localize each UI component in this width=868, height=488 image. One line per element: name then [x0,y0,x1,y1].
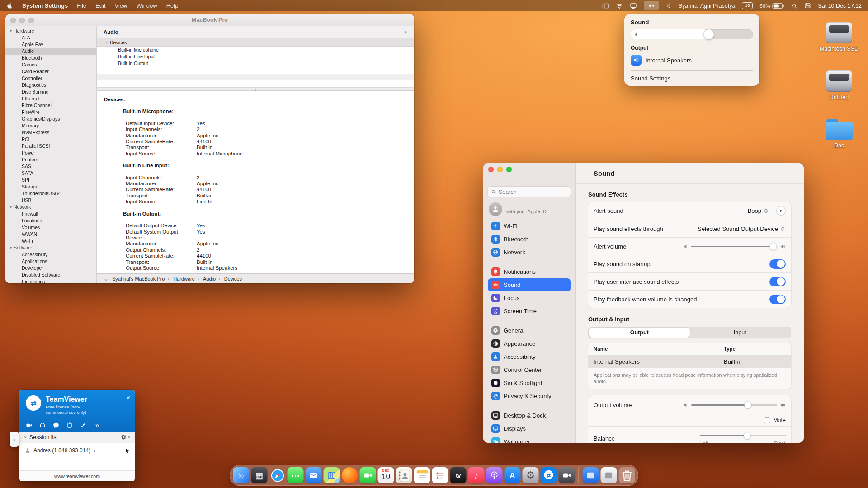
sysinfo-sidebar-item[interactable]: ▾ Hardware [5,28,96,34]
sysinfo-sidebar-item[interactable]: ▾ Firewall [5,211,96,217]
battery-indicator[interactable]: 66% [760,3,784,9]
breadcrumb-item[interactable]: › Syahrial's MacBook Pro [112,276,165,282]
alert-volume-slider[interactable] [691,242,777,250]
dock-icon-trash[interactable] [619,467,635,483]
dock-icon-finder[interactable]: ☺ [233,467,250,483]
menu-item[interactable]: Window [136,2,157,9]
dock-icon-firefox[interactable] [342,467,358,483]
sysinfo-titlebar[interactable]: MacBook Pro [5,14,414,26]
audio-call-icon[interactable] [39,422,46,428]
dock-icon-messages[interactable]: … [288,467,304,483]
output-device-row[interactable]: Internal Speakers Built-in [588,355,791,368]
mute-checkbox[interactable] [764,417,770,423]
collapse-chevron-icon[interactable]: ∧ [404,30,407,34]
volume-slider[interactable] [631,29,753,39]
play-through-popup[interactable]: Selected Sound Output Device [698,225,786,232]
sysinfo-sidebar-item[interactable]: ▾ NVMExpress [5,129,96,136]
breadcrumb-item[interactable]: › Audio [195,276,216,282]
sysinfo-sidebar-item[interactable]: ▾ Wi-Fi [5,238,96,244]
toggle-switch[interactable] [769,277,786,286]
input-source-indicator[interactable]: US [742,2,753,9]
close-button[interactable] [10,18,16,23]
minimize-button[interactable] [497,167,503,172]
breadcrumb-item[interactable]: › Devices [216,276,242,282]
devices-group-row[interactable]: ▾ Devices [97,38,414,47]
sysinfo-sidebar-item[interactable]: ▾ ATA [5,34,96,41]
dock-icon-minimized-window-blue[interactable] [583,467,599,483]
dock-icon-maps[interactable] [324,467,340,483]
sysinfo-sidebar-item[interactable]: ▾ Ethernet [5,95,96,102]
menu-item[interactable]: Help [166,2,179,9]
search-input[interactable] [499,189,562,195]
dock-icon-reminders[interactable] [432,467,448,483]
balance-slider[interactable] [700,432,786,440]
sysinfo-sidebar-item[interactable]: ▾ Volumes [5,224,96,231]
tab[interactable]: Output [589,328,690,338]
sysinfo-sidebar-item[interactable]: ▾ Software [5,244,96,251]
menu-item[interactable]: Edit [95,2,105,9]
sound-settings-link[interactable]: Sound Settings… [631,75,753,82]
volume-status-icon[interactable] [644,1,659,10]
sysinfo-sidebar-item[interactable]: ▾ Thunderbolt/USB4 [5,190,96,197]
sysinfo-sidebar-item[interactable]: ▾ Developer [5,265,96,272]
session-row[interactable]: Andres (1 048 393 014) ∨ [19,443,135,454]
alert-sound-popup[interactable]: Boop [748,207,769,214]
settings-scroll-area[interactable]: Sound Effects Alert sound Boop [576,184,804,443]
sysinfo-sidebar-item[interactable]: ▾ Extensions [5,278,96,283]
dock-icon-minimized-window-light[interactable] [601,467,617,483]
disclosure-triangle-icon[interactable]: ▾ [106,40,108,44]
settings-nav-displays[interactable]: Displays [488,422,571,435]
settings-nav-focus[interactable]: Focus [488,291,571,305]
file-transfer-icon[interactable] [66,422,73,428]
sysinfo-sidebar-item[interactable]: ▾ Fibre Channel [5,102,96,109]
sysinfo-sidebar-item[interactable]: ▾ SATA [5,170,96,177]
sysinfo-sidebar-item[interactable]: ▾ Apple Pay [5,41,96,48]
sysinfo-sidebar-item[interactable]: ▾ Memory [5,122,96,129]
sysinfo-sidebar-item[interactable]: ▾ Printers [5,156,96,163]
sysinfo-sidebar-item[interactable]: ▾ Power [5,150,96,156]
sysinfo-sidebar-item[interactable]: ▾ Controller [5,75,96,82]
menu-bar-username[interactable]: Syahrial Agni Prasetya [679,3,736,9]
dock-icon-teamviewer[interactable]: ⇄ [541,467,557,483]
apple-menu-icon[interactable] [6,2,13,9]
desktop-icon-macintosh-ssd[interactable]: Macintosh SSD [816,20,862,52]
dock-icon-system-settings[interactable]: ⚙ [523,467,539,483]
sysinfo-sidebar-item[interactable]: ▾ Applications [5,258,96,265]
slider-knob[interactable] [744,432,750,439]
settings-nav-general[interactable]: General [488,324,571,337]
dock-divider[interactable] [579,467,579,483]
dock-icon-safari[interactable] [269,467,286,483]
sysinfo-sidebar-item[interactable]: ▾ Storage [5,183,96,190]
sysinfo-sidebar-item[interactable]: ▾ Bluetooth [5,55,96,61]
session-settings-button[interactable]: ∨ [121,434,130,440]
minimize-button[interactable] [19,18,25,23]
dock-icon-photo-booth[interactable] [559,467,575,483]
settings-nav-network[interactable]: Network [488,246,571,259]
settings-nav-desktop-dock[interactable]: Desktop & Dock [488,409,571,422]
sysinfo-sidebar-item[interactable]: ▾ Parallel SCSI [5,143,96,150]
video-call-icon[interactable] [26,422,32,428]
settings-nav-sound[interactable]: Sound [488,278,571,291]
dock-icon-launchpad[interactable]: ▦ [251,467,268,483]
zoom-button[interactable] [506,167,512,172]
dock-icon-app-store[interactable]: A [505,467,521,483]
dock-icon-podcasts[interactable] [486,467,503,483]
more-tools-icon[interactable]: » [95,423,99,427]
device-tree-item[interactable]: Built-in Line Input [97,53,414,60]
tab[interactable]: Input [690,328,791,338]
settings-nav-screen-time[interactable]: Screen Time [488,305,571,318]
search-field[interactable] [488,187,571,197]
pane-splitter[interactable] [97,87,414,91]
sysinfo-sidebar-item[interactable]: ▾ Diagnostics [5,82,96,89]
wifi-status-icon[interactable] [616,2,623,9]
sysinfo-sidebar-item[interactable]: ▾ Network [5,204,96,211]
breadcrumb-item[interactable]: › Hardware [165,276,194,282]
audio-panel-header[interactable]: Audio ∧ [97,26,414,38]
sysinfo-sidebar-item[interactable]: ▾ Camera [5,61,96,68]
control-center-icon[interactable] [804,2,811,9]
sysinfo-sidebar-item[interactable]: ▾ USB [5,197,96,204]
desktop-icon-doc[interactable]: Doc [816,117,862,149]
close-icon[interactable]: × [126,394,130,401]
output-volume-slider[interactable] [691,401,777,409]
active-app-name[interactable]: System Settings [22,2,68,9]
